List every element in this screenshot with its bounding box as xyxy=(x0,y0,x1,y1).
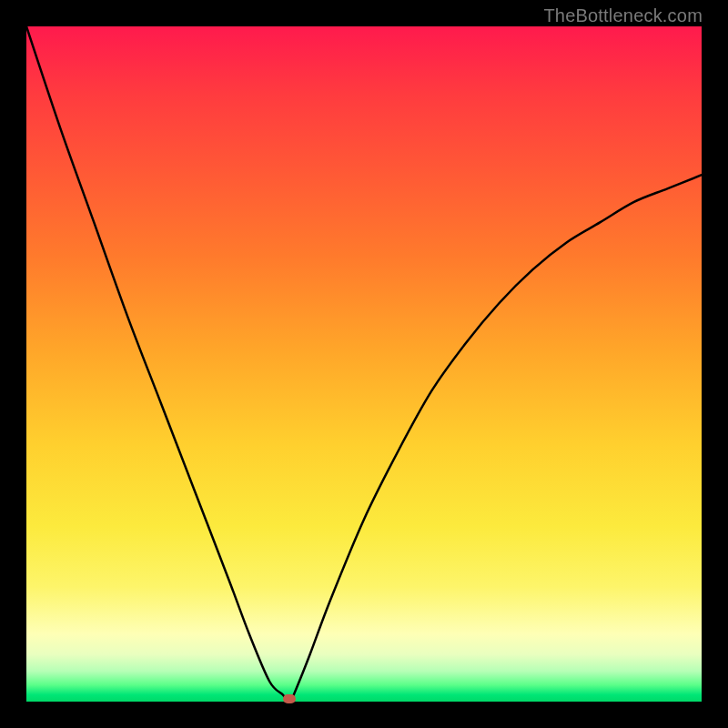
attribution-text: TheBottleneck.com xyxy=(543,5,703,26)
chart-frame: TheBottleneck.com xyxy=(0,0,728,728)
bottleneck-curve xyxy=(26,26,702,702)
curve-path xyxy=(26,26,702,702)
minimum-marker xyxy=(283,694,296,703)
plot-area xyxy=(26,26,702,702)
